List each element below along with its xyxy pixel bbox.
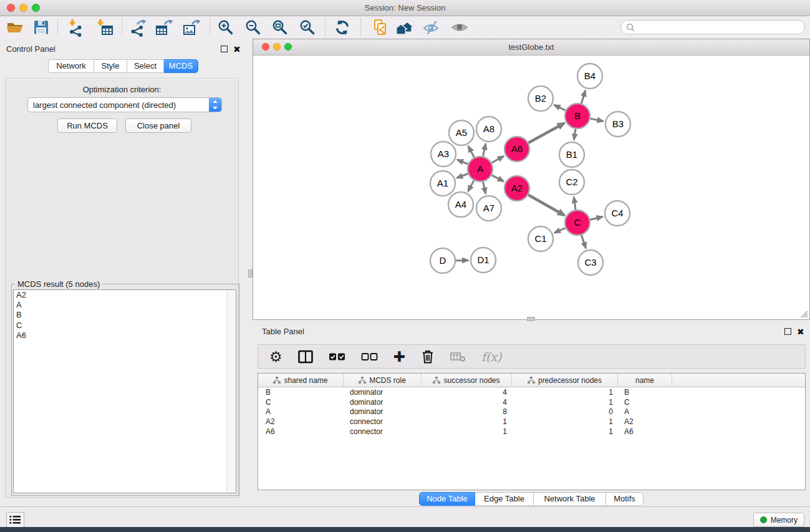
table-row[interactable]: Cdominator41C <box>258 397 805 407</box>
graph-node-B2[interactable]: B2 <box>528 86 553 111</box>
first-neighbors-button[interactable] <box>393 17 415 38</box>
graph-edge-B-B1[interactable] <box>574 129 576 140</box>
table-cell[interactable]: dominator <box>344 407 422 416</box>
graph-edge-B-B3[interactable] <box>591 118 604 121</box>
hide-selection-button[interactable] <box>421 17 442 38</box>
column-header-shared-name[interactable]: shared name <box>258 374 344 387</box>
show-all-button[interactable] <box>449 17 470 38</box>
graph-edge-A2-C[interactable] <box>528 195 564 215</box>
graph-edge-A-A3[interactable] <box>457 160 468 164</box>
graph-edge-A-A7[interactable] <box>483 182 486 194</box>
graph-edge-A-A8[interactable] <box>483 143 486 156</box>
graph-edge-A-A2[interactable] <box>492 175 504 181</box>
table-cell[interactable]: 4 <box>422 398 512 407</box>
graph-node-A5[interactable]: A5 <box>449 120 474 145</box>
graph-edge-B-B4[interactable] <box>581 90 586 104</box>
control-panel-float-button[interactable] <box>221 46 228 52</box>
table-cell[interactable]: 1 <box>512 417 618 426</box>
column-header-mcds-role[interactable]: MCDS role <box>344 374 422 387</box>
graph-edge-C-C3[interactable] <box>582 235 586 248</box>
table-cell[interactable]: A6 <box>258 427 344 436</box>
table-cell[interactable]: 1 <box>512 388 618 397</box>
table-cell[interactable]: 1 <box>512 427 618 436</box>
column-header-predecessor-nodes[interactable]: predecessor nodes <box>512 374 618 387</box>
table-cell[interactable]: connector <box>344 417 422 426</box>
mcds-result-item[interactable]: A <box>14 300 236 310</box>
table-row[interactable]: A6connector11A6 <box>258 427 805 437</box>
search-input[interactable] <box>635 22 793 32</box>
table-row[interactable]: Adominator80A <box>258 407 805 417</box>
new-network-from-selection-button[interactable] <box>370 17 391 38</box>
network-canvas[interactable]: AA1A2A3A4A5A6A7A8BB1B2B3B4CC1C2C3C4DD1 <box>253 56 808 318</box>
table-cell[interactable]: 8 <box>422 407 512 416</box>
add-column-button[interactable]: ✚ <box>393 349 405 365</box>
table-cell[interactable]: connector <box>344 427 422 436</box>
graph-node-B4[interactable]: B4 <box>577 64 602 89</box>
table-settings-button[interactable]: ⚙ <box>269 349 282 365</box>
table-cell[interactable]: C <box>258 398 344 407</box>
table-cell[interactable]: dominator <box>344 398 422 407</box>
criterion-dropdown[interactable]: largest connected component (directed) <box>27 97 222 112</box>
split-columns-button[interactable] <box>298 350 313 364</box>
memory-button[interactable]: Memory <box>753 513 804 527</box>
graph-node-C2[interactable]: C2 <box>559 170 584 195</box>
graph-node-A3[interactable]: A3 <box>431 142 456 167</box>
function-builder-button[interactable]: f(x) <box>481 350 502 364</box>
mcds-result-item[interactable]: C <box>14 321 236 331</box>
table-cell[interactable]: B <box>618 388 672 397</box>
graph-edge-C-C2[interactable] <box>574 197 576 210</box>
zoom-fit-button[interactable] <box>269 17 291 38</box>
graph-edge-A6-B[interactable] <box>528 123 564 143</box>
graph-node-A1[interactable]: A1 <box>430 171 455 196</box>
graph-node-C3[interactable]: C3 <box>578 250 603 275</box>
graph-edge-A-A4[interactable] <box>468 180 475 191</box>
graph-node-B3[interactable]: B3 <box>605 112 630 137</box>
table-cell[interactable]: dominator <box>344 388 422 397</box>
select-all-checkboxes-button[interactable] <box>329 351 345 362</box>
graph-edge-B-B2[interactable] <box>554 105 566 110</box>
deselect-all-checkboxes-button[interactable] <box>361 351 378 362</box>
graph-node-C4[interactable]: C4 <box>605 201 630 226</box>
control-panel-close-button[interactable]: ✖ <box>233 45 241 54</box>
graph-node-A8[interactable]: A8 <box>476 117 501 142</box>
open-session-button[interactable] <box>4 17 26 38</box>
table-cell[interactable]: C <box>618 398 672 407</box>
graph-node-A4[interactable]: A4 <box>448 192 473 217</box>
import-network-button[interactable] <box>65 17 86 38</box>
table-cell[interactable]: 1 <box>422 427 512 436</box>
mcds-result-list[interactable]: A2ABCA6 <box>13 289 236 493</box>
search-field[interactable] <box>620 20 805 34</box>
mcds-result-item[interactable]: A6 <box>14 331 236 341</box>
delete-column-button[interactable] <box>421 349 435 364</box>
table-cell[interactable]: A <box>618 407 672 416</box>
table-row[interactable]: A2connector11A2 <box>258 417 805 427</box>
zoom-selected-button[interactable] <box>297 17 318 38</box>
close-panel-button[interactable]: Close panel <box>125 118 191 133</box>
table-cell[interactable]: 1 <box>512 398 618 407</box>
graph-node-A[interactable]: A <box>468 157 493 181</box>
graph-node-A6[interactable]: A6 <box>504 137 529 162</box>
tab-node-table[interactable]: Node Table <box>419 492 475 506</box>
tab-network-table[interactable]: Network Table <box>534 492 606 506</box>
splitpane-handle[interactable] <box>527 317 535 321</box>
import-table-button[interactable] <box>94 17 115 38</box>
export-image-button[interactable] <box>181 17 202 38</box>
table-cell[interactable]: 0 <box>512 407 618 416</box>
table-cell[interactable]: A2 <box>258 417 344 426</box>
table-row[interactable]: Bdominator41B <box>258 387 805 397</box>
mcds-result-item[interactable]: B <box>14 310 236 320</box>
graph-edge-A-A5[interactable] <box>468 146 474 157</box>
table-cell[interactable]: 1 <box>422 417 512 426</box>
run-mcds-button[interactable]: Run MCDS <box>57 118 117 133</box>
graph-node-B[interactable]: B <box>565 104 590 128</box>
graph-node-A2[interactable]: A2 <box>504 176 529 201</box>
column-header-successor-nodes[interactable]: successor nodes <box>422 374 512 387</box>
graph-edge-A-A1[interactable] <box>456 174 468 178</box>
table-cell[interactable]: A6 <box>618 427 672 436</box>
table-cell[interactable]: A2 <box>618 417 672 426</box>
table-panel-close-button[interactable]: ✖ <box>797 327 804 336</box>
graph-node-B1[interactable]: B1 <box>559 142 584 167</box>
graph-node-D1[interactable]: D1 <box>471 248 496 273</box>
table-cell[interactable]: A <box>258 407 344 416</box>
table-panel-float-button[interactable] <box>784 328 791 335</box>
